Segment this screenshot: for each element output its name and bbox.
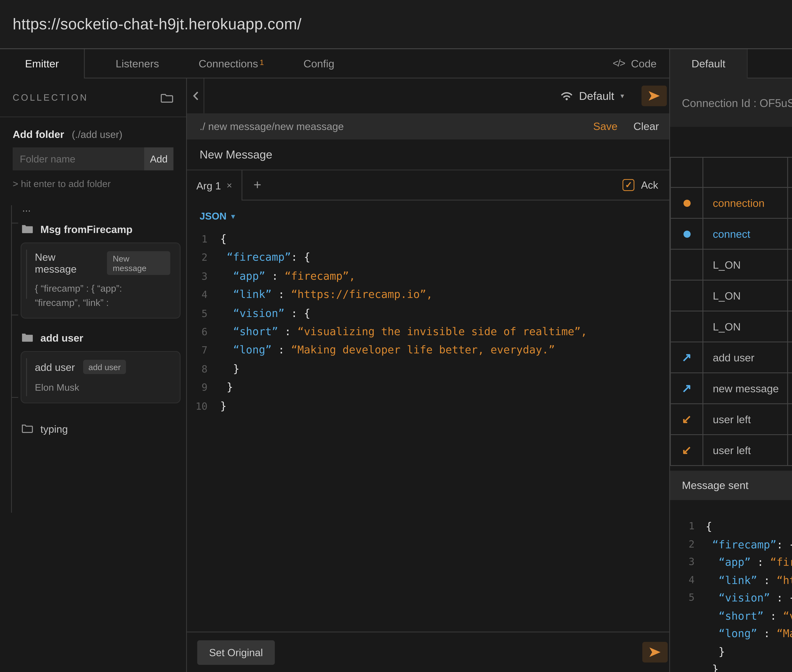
breadcrumb: ./ new message/new meassage bbox=[200, 120, 344, 132]
code-icon: </> bbox=[613, 58, 624, 69]
collapse-sidebar-button[interactable] bbox=[187, 78, 204, 113]
table-row[interactable]: ↗new message{ “firecamp” : { “app”, “fir… bbox=[671, 373, 792, 404]
sent-message-preview[interactable]: 1{2 “firecamp”: {3 “app” : “firecamp”,4 … bbox=[670, 500, 792, 672]
emitter-title: New Message bbox=[187, 139, 669, 170]
tab-listeners[interactable]: Listeners bbox=[96, 58, 179, 69]
line-number: 3 bbox=[187, 267, 208, 285]
table-row[interactable]: L_ONListening on event : user left10:34:… bbox=[671, 312, 792, 342]
tab-emitter[interactable]: Emitter bbox=[0, 49, 85, 78]
table-row[interactable]: connectSocket connected succesfully10:28… bbox=[671, 219, 792, 250]
code-line: 6 “short” : “visualizing the invisible s… bbox=[187, 323, 669, 341]
main-tabs-rest: Listeners Connections1 Config bbox=[85, 49, 354, 78]
server-url[interactable]: https://socketio-chat-h9jt.herokuapp.com… bbox=[13, 15, 302, 33]
table-row[interactable]: L_ONListening on event: user joined10:34… bbox=[671, 280, 792, 312]
event-cell: add user bbox=[703, 342, 788, 373]
message-cell: { “username” : “Firecamp team”, “msg to”… bbox=[788, 435, 792, 465]
tree-item-title: add user bbox=[35, 361, 75, 373]
emit-button[interactable] bbox=[642, 86, 667, 106]
tab-arg-1[interactable]: Arg 1 × bbox=[187, 170, 242, 200]
add-folder-button[interactable]: Add bbox=[144, 147, 174, 170]
header-messages: Messages bbox=[788, 158, 792, 187]
save-emitter-button[interactable]: Save bbox=[593, 120, 618, 132]
message-cell: { “username” : “Firecamp team”, “msg to”… bbox=[788, 404, 792, 434]
collection-sidebar: COLLECTION Add folder (./add user) Add >… bbox=[0, 78, 187, 672]
tree-folder-typing[interactable]: typing bbox=[21, 421, 186, 437]
emitter-code: 1{2 “firecamp”: {3 “app” : “firecamp”,4 … bbox=[187, 230, 669, 415]
folder-label: Msg fromFirecamp bbox=[40, 223, 133, 235]
folder-label: add user bbox=[40, 332, 83, 344]
collection-title: COLLECTION bbox=[13, 93, 88, 102]
line-number: 10 bbox=[187, 397, 208, 415]
code-button[interactable]: </> Code bbox=[613, 49, 656, 78]
line-number: 1 bbox=[187, 230, 208, 248]
set-original-button[interactable]: Set Original bbox=[197, 640, 275, 664]
add-folder-heading: Add folder (./add user) bbox=[13, 128, 174, 140]
emit-arrow-icon: ↗ bbox=[682, 381, 692, 395]
message-cell: { “firecamp” : { “app”, “firecamp” : “li… bbox=[788, 373, 792, 403]
tree-folder-msg-from-firecamp[interactable]: Msg fromFirecamp bbox=[21, 221, 186, 237]
tree-root-ellipsis[interactable]: ... bbox=[22, 202, 186, 214]
line-number: 2 bbox=[187, 248, 208, 267]
line-number: 3 bbox=[682, 553, 695, 571]
folder-open-icon bbox=[21, 333, 33, 342]
marker-cell: ↗ bbox=[671, 373, 703, 403]
ack-label: Ack bbox=[641, 179, 658, 191]
message-cell: Listening on event : user left bbox=[788, 312, 792, 342]
marker-cell bbox=[671, 280, 703, 310]
message-cell: Listening on event: new message bbox=[788, 250, 792, 280]
arg-json-editor[interactable]: JSON ▾ 1{2 “firecamp”: {3 “app” : “firec… bbox=[187, 200, 669, 632]
close-icon[interactable]: × bbox=[227, 180, 232, 191]
emit-button-bottom[interactable] bbox=[642, 642, 667, 662]
line-number: 4 bbox=[187, 285, 208, 304]
code-line: “long” : “Making developer life better, … bbox=[682, 624, 792, 642]
tree-folder-add-user[interactable]: add user bbox=[21, 330, 186, 346]
tab-connection-default[interactable]: Default bbox=[670, 49, 748, 78]
tab-listeners-label: Listeners bbox=[116, 58, 159, 69]
code-line: 5 “vision” : { bbox=[682, 589, 792, 607]
line-number bbox=[682, 607, 695, 625]
body-type-select[interactable]: JSON ▾ bbox=[200, 211, 669, 222]
ack-toggle[interactable]: ✓ Ack bbox=[623, 179, 658, 191]
main-tab-bar: Emitter Listeners Connections1 Config </… bbox=[0, 49, 670, 78]
status-dot-icon bbox=[683, 230, 690, 237]
tree-item-new-message[interactable]: New message New message { “firecamp” : {… bbox=[21, 243, 180, 318]
checkbox-checked-icon[interactable]: ✓ bbox=[623, 179, 635, 191]
folder-name-input[interactable] bbox=[13, 147, 144, 170]
tree-guide bbox=[11, 397, 18, 398]
event-cell: connect bbox=[703, 219, 788, 249]
folder-icon bbox=[21, 424, 33, 434]
event-badge: add user bbox=[83, 360, 126, 374]
emitter-toolbar: Default ▾ bbox=[187, 78, 669, 113]
tree-item-title: New message bbox=[35, 251, 99, 275]
code-line: 8 } bbox=[187, 360, 669, 378]
connection-select[interactable]: Default ▾ bbox=[561, 90, 624, 102]
connections-count-badge: 1 bbox=[260, 58, 264, 66]
add-folder-label: Add folder bbox=[13, 128, 64, 140]
code-line: 3 “app” : “firecamp”, bbox=[187, 267, 669, 285]
folder-icon[interactable] bbox=[161, 93, 174, 103]
connection-select-label: Default bbox=[579, 90, 614, 102]
code-line: } bbox=[682, 642, 792, 660]
chevron-left-icon bbox=[192, 91, 198, 101]
table-row[interactable]: ↗add userElon Musk10:34:19 AM bbox=[671, 342, 792, 373]
tab-config[interactable]: Config bbox=[284, 58, 354, 69]
line-number: 2 bbox=[682, 535, 695, 553]
table-row[interactable]: L_ONListening on event: new message10:28… bbox=[671, 250, 792, 280]
add-arg-button[interactable]: + bbox=[254, 177, 261, 193]
connection-id-value: OF5uS6ranPN5NN6LAKD bbox=[760, 96, 792, 109]
table-row[interactable]: ↙user left{ “username” : “Firecamp team”… bbox=[671, 435, 792, 466]
tree-guide bbox=[26, 358, 27, 396]
table-row[interactable]: connectionSocket has been created. The c… bbox=[671, 188, 792, 219]
tab-connections[interactable]: Connections1 bbox=[179, 58, 284, 69]
tab-config-label: Config bbox=[303, 58, 334, 69]
table-row[interactable]: ↙user left{ “username” : “Firecamp team”… bbox=[671, 404, 792, 435]
code-label: Code bbox=[631, 58, 656, 69]
tab-arg-1-label: Arg 1 bbox=[196, 179, 221, 192]
clear-emitter-button[interactable]: Clear bbox=[634, 120, 659, 132]
connection-panel: Connection Id : OF5uS6ranPN5NN6LAKD 3/5 … bbox=[670, 78, 792, 672]
breadcrumb-bar: ./ new message/new meassage Save Clear bbox=[187, 113, 669, 139]
message-cell: Listening on event: user joined bbox=[788, 280, 792, 310]
connection-id-label: Connection Id : bbox=[682, 96, 757, 109]
header-event-col bbox=[703, 158, 788, 187]
tree-item-add-user[interactable]: add user add user Elon Musk bbox=[21, 351, 180, 403]
